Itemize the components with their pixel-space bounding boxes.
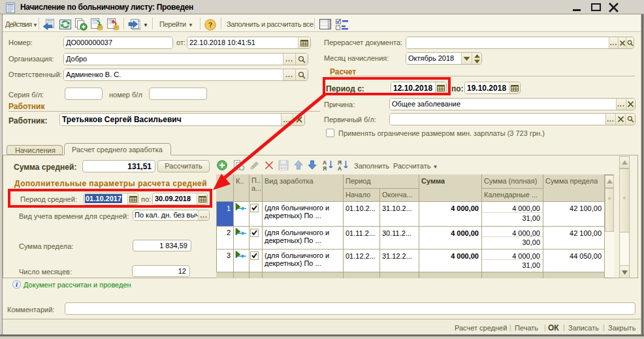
svg-text:Я: Я — [323, 165, 327, 170]
svg-text:ЕОК: ЕОК — [280, 167, 287, 170]
svg-text:?: ? — [208, 21, 213, 29]
svg-text:А: А — [338, 165, 342, 170]
